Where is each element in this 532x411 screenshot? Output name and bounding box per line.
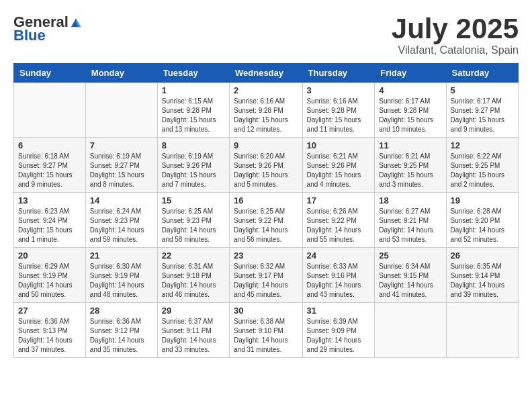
table-row: 9Sunrise: 6:20 AMSunset: 9:26 PMDaylight… [230,138,303,193]
table-row: 27Sunrise: 6:36 AMSunset: 9:13 PMDayligh… [14,303,86,358]
col-sunday: Sunday [14,64,86,83]
day-info: Sunrise: 6:17 AMSunset: 9:28 PMDaylight:… [379,97,441,134]
table-row [446,303,518,358]
day-info: Sunrise: 6:33 AMSunset: 9:16 PMDaylight:… [307,262,371,300]
logo-blue: Blue [13,27,46,44]
calendar-table: Sunday Monday Tuesday Wednesday Thursday… [13,63,519,358]
day-number: 28 [90,306,153,316]
day-info: Sunrise: 6:30 AMSunset: 9:19 PMDaylight:… [90,262,153,300]
day-number: 20 [18,250,81,261]
day-info: Sunrise: 6:21 AMSunset: 9:25 PMDaylight:… [379,152,441,189]
table-row: 11Sunrise: 6:21 AMSunset: 9:25 PMDayligh… [375,138,446,193]
day-number: 18 [379,195,441,205]
logo-icon [70,16,82,28]
day-info: Sunrise: 6:26 AMSunset: 9:22 PMDaylight:… [307,207,371,244]
table-row: 18Sunrise: 6:27 AMSunset: 9:21 PMDayligh… [375,193,446,248]
col-saturday: Saturday [446,64,518,83]
calendar-week-row: 27Sunrise: 6:36 AMSunset: 9:13 PMDayligh… [14,303,519,358]
col-wednesday: Wednesday [230,64,303,83]
title-area: July 2025 Vilafant, Catalonia, Spain [392,13,519,56]
day-info: Sunrise: 6:35 AMSunset: 9:14 PMDaylight:… [451,262,514,300]
day-info: Sunrise: 6:19 AMSunset: 9:26 PMDaylight:… [162,152,225,189]
day-number: 3 [307,85,371,95]
day-info: Sunrise: 6:27 AMSunset: 9:21 PMDaylight:… [379,207,441,244]
day-info: Sunrise: 6:36 AMSunset: 9:12 PMDaylight:… [90,317,153,355]
month-title: July 2025 [392,13,519,44]
day-number: 12 [451,140,514,150]
table-row: 4Sunrise: 6:17 AMSunset: 9:28 PMDaylight… [375,83,446,138]
table-row: 30Sunrise: 6:38 AMSunset: 9:10 PMDayligh… [230,303,303,358]
day-number: 15 [162,195,225,205]
table-row: 2Sunrise: 6:16 AMSunset: 9:28 PMDaylight… [230,83,303,138]
table-row: 16Sunrise: 6:25 AMSunset: 9:22 PMDayligh… [230,193,303,248]
table-row: 3Sunrise: 6:16 AMSunset: 9:28 PMDaylight… [302,83,375,138]
calendar-week-row: 20Sunrise: 6:29 AMSunset: 9:19 PMDayligh… [14,248,519,303]
day-info: Sunrise: 6:37 AMSunset: 9:11 PMDaylight:… [162,317,225,355]
day-number: 4 [379,85,441,95]
table-row: 25Sunrise: 6:34 AMSunset: 9:15 PMDayligh… [375,248,446,303]
table-row: 22Sunrise: 6:31 AMSunset: 9:18 PMDayligh… [157,248,229,303]
day-info: Sunrise: 6:15 AMSunset: 9:28 PMDaylight:… [162,97,225,134]
table-row: 26Sunrise: 6:35 AMSunset: 9:14 PMDayligh… [446,248,518,303]
day-number: 27 [18,306,81,316]
day-number: 26 [451,250,514,261]
table-row: 1Sunrise: 6:15 AMSunset: 9:28 PMDaylight… [157,83,229,138]
day-info: Sunrise: 6:16 AMSunset: 9:28 PMDaylight:… [234,97,298,134]
day-info: Sunrise: 6:20 AMSunset: 9:26 PMDaylight:… [234,152,298,189]
table-row [85,83,157,138]
day-info: Sunrise: 6:22 AMSunset: 9:25 PMDaylight:… [451,152,514,189]
table-row: 24Sunrise: 6:33 AMSunset: 9:16 PMDayligh… [302,248,375,303]
day-number: 23 [234,250,298,261]
table-row: 10Sunrise: 6:21 AMSunset: 9:26 PMDayligh… [302,138,375,193]
day-number: 31 [307,306,371,316]
table-row: 28Sunrise: 6:36 AMSunset: 9:12 PMDayligh… [85,303,157,358]
table-row [14,83,86,138]
day-info: Sunrise: 6:23 AMSunset: 9:24 PMDaylight:… [18,207,81,244]
calendar-header-row: Sunday Monday Tuesday Wednesday Thursday… [14,64,519,83]
day-number: 6 [18,140,81,150]
day-info: Sunrise: 6:29 AMSunset: 9:19 PMDaylight:… [18,262,81,300]
day-info: Sunrise: 6:21 AMSunset: 9:26 PMDaylight:… [307,152,371,189]
day-number: 29 [162,306,225,316]
day-info: Sunrise: 6:32 AMSunset: 9:17 PMDaylight:… [234,262,298,300]
table-row: 8Sunrise: 6:19 AMSunset: 9:26 PMDaylight… [157,138,229,193]
day-number: 21 [90,250,153,261]
table-row: 31Sunrise: 6:39 AMSunset: 9:09 PMDayligh… [302,303,375,358]
logo: General Blue [13,13,82,44]
day-info: Sunrise: 6:38 AMSunset: 9:10 PMDaylight:… [234,317,298,355]
day-info: Sunrise: 6:31 AMSunset: 9:18 PMDaylight:… [162,262,225,300]
day-number: 10 [307,140,371,150]
day-number: 19 [451,195,514,205]
table-row: 12Sunrise: 6:22 AMSunset: 9:25 PMDayligh… [446,138,518,193]
day-info: Sunrise: 6:19 AMSunset: 9:27 PMDaylight:… [90,152,153,189]
col-thursday: Thursday [302,64,375,83]
col-tuesday: Tuesday [157,64,229,83]
table-row: 17Sunrise: 6:26 AMSunset: 9:22 PMDayligh… [302,193,375,248]
table-row: 5Sunrise: 6:17 AMSunset: 9:27 PMDaylight… [446,83,518,138]
day-number: 25 [379,250,441,261]
table-row: 20Sunrise: 6:29 AMSunset: 9:19 PMDayligh… [14,248,86,303]
location-title: Vilafant, Catalonia, Spain [392,44,519,56]
day-number: 17 [307,195,371,205]
header: General Blue July 2025 Vilafant, Catalon… [13,13,519,56]
day-number: 14 [90,195,153,205]
table-row: 19Sunrise: 6:28 AMSunset: 9:20 PMDayligh… [446,193,518,248]
col-monday: Monday [85,64,157,83]
day-number: 16 [234,195,298,205]
day-info: Sunrise: 6:25 AMSunset: 9:22 PMDaylight:… [234,207,298,244]
calendar-week-row: 13Sunrise: 6:23 AMSunset: 9:24 PMDayligh… [14,193,519,248]
day-info: Sunrise: 6:39 AMSunset: 9:09 PMDaylight:… [307,317,371,355]
day-number: 5 [451,85,514,95]
day-number: 13 [18,195,81,205]
table-row: 29Sunrise: 6:37 AMSunset: 9:11 PMDayligh… [157,303,229,358]
calendar-week-row: 1Sunrise: 6:15 AMSunset: 9:28 PMDaylight… [14,83,519,138]
day-number: 30 [234,306,298,316]
table-row: 7Sunrise: 6:19 AMSunset: 9:27 PMDaylight… [85,138,157,193]
table-row: 21Sunrise: 6:30 AMSunset: 9:19 PMDayligh… [85,248,157,303]
day-number: 22 [162,250,225,261]
day-info: Sunrise: 6:28 AMSunset: 9:20 PMDaylight:… [451,207,514,244]
day-number: 1 [162,85,225,95]
table-row [375,303,446,358]
day-info: Sunrise: 6:25 AMSunset: 9:23 PMDaylight:… [162,207,225,244]
table-row: 23Sunrise: 6:32 AMSunset: 9:17 PMDayligh… [230,248,303,303]
